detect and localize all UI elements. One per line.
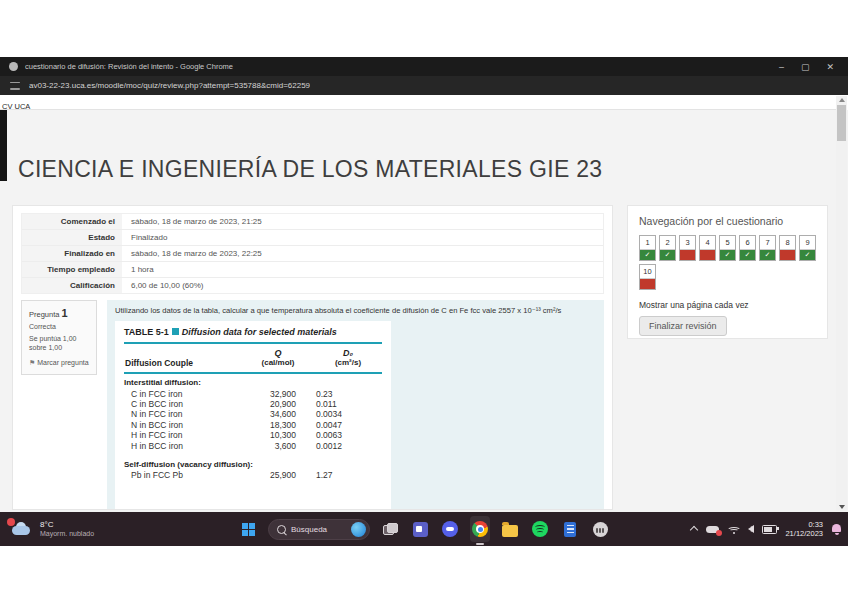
notification-bell-icon[interactable] [831,523,842,535]
flag-question-link[interactable]: ⚑Marcar pregunta [29,359,89,368]
windows-logo-icon [242,523,255,536]
spotify-app-button[interactable] [530,516,550,542]
clock-time: 0:33 [785,520,823,529]
show-one-page-link[interactable]: Mostrar una página cada vez [639,300,816,310]
summary-row: Calificación 6,00 de 10,00 (60%) [22,278,603,293]
question-state-indicator [660,250,675,260]
scrollbar-thumb[interactable] [837,105,846,141]
quiz-navigation-panel: Navegación por el cuestionario 1 2 3 4 5… [627,205,828,339]
diffusion-table-figure: TABLE 5-1Diffusion data for selected mat… [115,321,391,510]
figure-row: Pb in FCC Pb25,9001.27 [124,470,382,480]
figure-title: TABLE 5-1Diffusion data for selected mat… [124,327,382,337]
quiz-nav-question-3[interactable]: 3 [679,235,696,261]
close-button[interactable]: ✕ [826,62,834,72]
tray-chevron-icon[interactable] [690,527,698,532]
site-info-icon[interactable] [10,82,20,90]
question-state-indicator [720,250,735,260]
wifi-icon[interactable] [728,525,740,534]
ebook-icon [564,522,576,537]
figure-rule [124,342,382,344]
question-info-box: Pregunta 1 Correcta Se puntúa 1,00 sobre… [21,300,97,375]
quiz-nav-question-4[interactable]: 4 [699,235,716,261]
quiz-nav-question-7[interactable]: 7 [759,235,776,261]
summary-row: Finalizado en sábado, 18 de marzo de 202… [22,246,603,262]
browser-title-bar: cuestionario de difusión: Revisión del i… [0,57,848,76]
question-content: Utilizando los datos de la tabla, calcul… [107,300,604,510]
question-button-grid: 1 2 3 4 5 6 7 8 9 10 [639,235,819,290]
quiz-review-card: Comenzado el sábado, 18 de marzo de 2023… [12,205,613,510]
weather-cloud-icon [10,521,34,537]
flag-icon: ⚑ [29,359,35,366]
maximize-button[interactable]: ▢ [801,62,810,72]
quiz-nav-question-2[interactable]: 2 [659,235,676,261]
quiz-nav-question-5[interactable]: 5 [719,235,736,261]
bing-search-icon [351,522,366,537]
discord-icon [442,521,458,537]
battery-icon[interactable] [762,525,777,534]
file-explorer-icon [502,525,518,537]
scrollbar-up-arrow-icon[interactable] [839,98,845,102]
search-icon [277,525,286,534]
teams-app-button[interactable] [410,516,430,542]
figure-row: H in BCC iron3,6000.0012 [124,441,382,451]
question-status: Correcta [29,323,89,330]
start-button[interactable] [238,516,258,542]
volume-icon[interactable] [748,525,754,533]
active-app-indicator [476,543,484,545]
collapsed-sidebar-edge [0,110,7,181]
browser-url-bar[interactable]: av03-22-23.uca.es/moodle/moc/quiz/review… [0,76,848,95]
chrome-app-button[interactable] [470,516,490,542]
onedrive-alert-badge [716,530,722,536]
question-state-indicator [680,250,695,260]
task-view-icon [383,523,397,535]
question-state-indicator [760,250,775,260]
quiz-nav-question-10[interactable]: 10 [639,264,656,290]
quiz-nav-question-8[interactable]: 8 [779,235,796,261]
chrome-icon [472,521,488,537]
scrollbar-down-arrow-icon[interactable] [839,505,845,509]
file-explorer-button[interactable] [500,516,520,542]
figure-row: N in FCC iron34,6000.0034 [124,409,382,419]
page-title: CIENCIA E INGENIERÍA DE LOS MATERIALES G… [18,156,602,183]
question-points: Se puntúa 1,00 sobre 1,00 [29,335,89,352]
url-text[interactable]: av03-22-23.uca.es/moodle/moc/quiz/review… [29,81,310,90]
figure-row: C in BCC iron20,9000.011 [124,399,382,409]
taskbar-search-box[interactable]: Búsqueda [268,519,370,540]
discord-app-button[interactable] [440,516,460,542]
question-state-indicator [640,250,655,260]
quiz-nav-question-1[interactable]: 1 [639,235,656,261]
weather-temp: 8°C [40,520,94,529]
summary-row: Tiempo empleado 1 hora [22,262,603,278]
weather-widget[interactable]: 8°C Mayorm. nublado [10,512,94,546]
taskbar: 8°C Mayorm. nublado Búsqueda [0,512,848,546]
question-state-indicator [800,250,815,260]
page-scrollbar[interactable] [836,96,847,511]
question-state-indicator [640,279,655,289]
quiz-nav-question-9[interactable]: 9 [799,235,816,261]
teams-icon [413,522,428,537]
taskbar-clock[interactable]: 0:33 21/12/2023 [785,520,823,538]
question-state-indicator [780,250,795,260]
weather-desc: Mayorm. nublado [40,529,94,538]
tab-favicon-icon [9,62,18,71]
question-state-indicator [740,250,755,260]
notification-badge [7,518,15,526]
onedrive-icon[interactable] [706,524,720,534]
minimize-button[interactable]: – [779,62,784,72]
site-header: CV UCA [0,95,840,110]
figure-section-heading: Interstitial diffusion: [124,378,382,389]
question-text: Utilizando los datos de la tabla, calcul… [115,306,596,315]
figure-row: H in FCC iron10,3000.0063 [124,430,382,440]
quiz-nav-question-6[interactable]: 6 [739,235,756,261]
task-view-button[interactable] [380,516,400,542]
moodle-icon [593,522,608,537]
moodle-app-button[interactable] [590,516,610,542]
spotify-icon [532,521,548,537]
figure-row: C in FCC iron32,9000.23 [124,389,382,399]
figure-section-heading: Self-diffusion (vacancy diffusion): [124,460,382,471]
question-state-indicator [700,250,715,260]
ebook-app-button[interactable] [560,516,580,542]
summary-row: Estado Finalizado [22,230,603,246]
finish-review-button[interactable]: Finalizar revisión [639,316,727,336]
figure-row: N in BCC iron18,3000.0047 [124,420,382,430]
